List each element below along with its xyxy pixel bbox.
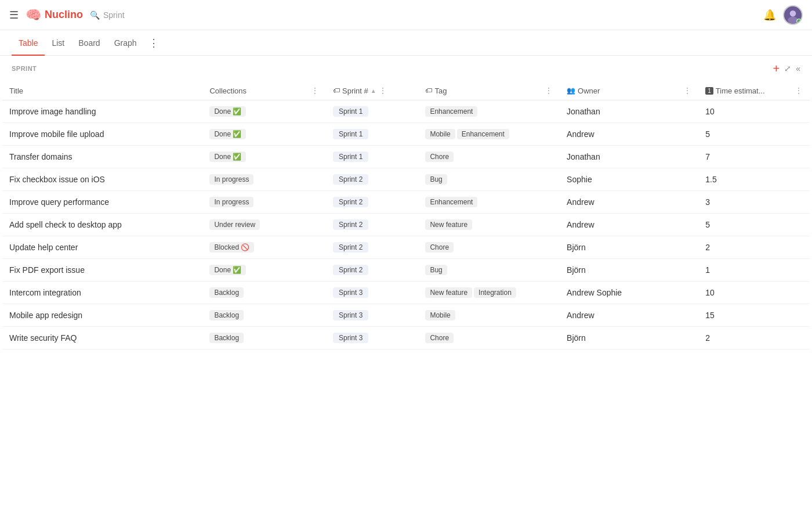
col-tag-menu[interactable]: ⋮: [545, 86, 553, 95]
owner-name[interactable]: Björn: [567, 333, 586, 343]
tag-badge[interactable]: Enhancement: [425, 197, 477, 207]
tag-badge[interactable]: New feature: [425, 287, 472, 298]
owner-name[interactable]: Andrew: [567, 220, 594, 229]
cell-collection: Done ✅: [202, 123, 326, 146]
col-header-title: Title + ⋮: [2, 81, 202, 100]
hamburger-icon[interactable]: ☰: [9, 9, 19, 21]
cell-time: 5: [698, 123, 810, 146]
table-row: Add spell check to desktop appUnder revi…: [2, 214, 810, 236]
sprint-badge[interactable]: Sprint 1: [333, 129, 368, 139]
add-row-icon[interactable]: +: [773, 62, 780, 75]
sprint-badge[interactable]: Sprint 1: [333, 152, 368, 162]
collection-status-badge[interactable]: Backlog: [209, 310, 244, 320]
sprint-badge[interactable]: Sprint 3: [333, 310, 368, 320]
cell-time: 10: [698, 100, 810, 123]
cell-title[interactable]: Fix checkbox issue on iOS: [2, 168, 202, 191]
collection-status-badge[interactable]: Backlog: [209, 287, 244, 298]
col-header-tag: 🏷 Tag ⋮: [418, 81, 560, 100]
collapse-icon[interactable]: «: [796, 64, 800, 73]
owner-name[interactable]: Sophie: [597, 288, 622, 297]
sprint-badge[interactable]: Sprint 2: [333, 174, 368, 185]
col-time-menu[interactable]: ⋮: [795, 86, 803, 95]
owner-name[interactable]: Sophie: [567, 175, 592, 184]
sprint-badge[interactable]: Sprint 3: [333, 287, 368, 298]
collection-status-badge[interactable]: In progress: [209, 174, 253, 185]
tab-table[interactable]: Table: [12, 30, 45, 56]
owner-name[interactable]: Andrew: [567, 288, 594, 297]
tag-badge[interactable]: New feature: [425, 219, 472, 230]
collection-status-badge[interactable]: Done ✅: [209, 152, 246, 162]
owner-name[interactable]: Björn: [567, 243, 586, 252]
sprint-badge[interactable]: Sprint 3: [333, 333, 368, 343]
tag-badge[interactable]: Integration: [474, 287, 516, 298]
cell-title[interactable]: Transfer domains: [2, 146, 202, 168]
col-owner-label: Owner: [578, 87, 600, 95]
tag-badge[interactable]: Bug: [425, 174, 447, 185]
cell-title[interactable]: Improve mobile file upload: [2, 123, 202, 146]
tag-badge[interactable]: Enhancement: [457, 129, 509, 139]
cell-title[interactable]: Update help center: [2, 236, 202, 259]
tag-badge[interactable]: Mobile: [425, 310, 455, 320]
sprint-badge[interactable]: Sprint 2: [333, 265, 368, 275]
owner-name[interactable]: Andrew: [567, 197, 594, 207]
cell-owner: Andrew: [560, 123, 698, 146]
sprint-badge[interactable]: Sprint 2: [333, 219, 368, 230]
cell-owner: Jonathan: [560, 100, 698, 123]
col-collections-menu[interactable]: ⋮: [311, 86, 319, 95]
collection-status-badge[interactable]: In progress: [209, 197, 253, 207]
collection-status-badge[interactable]: Done ✅: [209, 129, 246, 139]
tag-badge[interactable]: Chore: [425, 152, 454, 162]
tag-badge[interactable]: Bug: [425, 265, 447, 275]
cell-title[interactable]: Improve query performance: [2, 191, 202, 214]
cell-title[interactable]: Fix PDF export issue: [2, 259, 202, 282]
tag-badge[interactable]: Chore: [425, 333, 454, 343]
sprint-badge[interactable]: Sprint 1: [333, 106, 368, 117]
sprint-table: Title + ⋮ Collections ⋮: [2, 81, 810, 350]
table-body: Improve image handlingDone ✅Sprint 1Enha…: [2, 100, 810, 350]
cell-title[interactable]: Intercom integration: [2, 282, 202, 304]
tab-board[interactable]: Board: [71, 30, 107, 56]
sprint-badge[interactable]: Sprint 2: [333, 197, 368, 207]
section-actions: + ⤢ «: [773, 62, 800, 75]
cell-title[interactable]: Improve image handling: [2, 100, 202, 123]
tab-graph[interactable]: Graph: [107, 30, 144, 56]
bell-icon[interactable]: 🔔: [763, 9, 776, 21]
owner-name[interactable]: Björn: [567, 265, 586, 275]
cell-title[interactable]: Write security FAQ: [2, 327, 202, 350]
tag-badge[interactable]: Mobile: [425, 129, 455, 139]
tab-list[interactable]: List: [45, 30, 71, 56]
owner-name[interactable]: Jonathan: [567, 152, 600, 161]
collection-status-badge[interactable]: Under review: [209, 219, 260, 230]
cell-collection: Backlog: [202, 304, 326, 327]
col-header-owner: 👥 Owner ⋮: [560, 81, 698, 100]
col-owner-menu[interactable]: ⋮: [683, 86, 691, 95]
tag-badge[interactable]: Enhancement: [425, 106, 477, 117]
tab-more-icon[interactable]: ⋮: [144, 37, 164, 49]
expand-icon[interactable]: ⤢: [784, 64, 791, 73]
view-tabs: Table List Board Graph ⋮: [0, 30, 812, 56]
col-resize-time[interactable]: [807, 81, 810, 100]
collection-status-badge[interactable]: Blocked 🚫: [209, 242, 254, 253]
sort-asc-icon[interactable]: ▲: [371, 88, 376, 94]
cell-sprint: Sprint 3: [326, 304, 418, 327]
cell-owner: Björn: [560, 236, 698, 259]
collection-status-badge[interactable]: Backlog: [209, 333, 244, 343]
collection-status-badge[interactable]: Done ✅: [209, 106, 246, 117]
cell-owner: Andrew: [560, 191, 698, 214]
avatar[interactable]: [783, 5, 803, 25]
table-row: Improve image handlingDone ✅Sprint 1Enha…: [2, 100, 810, 123]
owner-name[interactable]: Andrew: [567, 311, 594, 320]
owner-name[interactable]: Andrew: [567, 129, 594, 139]
cell-time: 2: [698, 327, 810, 350]
search-bar[interactable]: 🔍 Sprint: [90, 10, 125, 20]
collection-status-badge[interactable]: Done ✅: [209, 265, 246, 275]
tag-badge[interactable]: Chore: [425, 242, 454, 253]
col-sprint-menu[interactable]: ⋮: [379, 86, 387, 95]
cell-sprint: Sprint 1: [326, 146, 418, 168]
cell-time: 7: [698, 146, 810, 168]
cell-owner: Sophie: [560, 168, 698, 191]
cell-title[interactable]: Mobile app redesign: [2, 304, 202, 327]
sprint-badge[interactable]: Sprint 2: [333, 242, 368, 253]
owner-name[interactable]: Jonathan: [567, 107, 600, 116]
cell-title[interactable]: Add spell check to desktop app: [2, 214, 202, 236]
